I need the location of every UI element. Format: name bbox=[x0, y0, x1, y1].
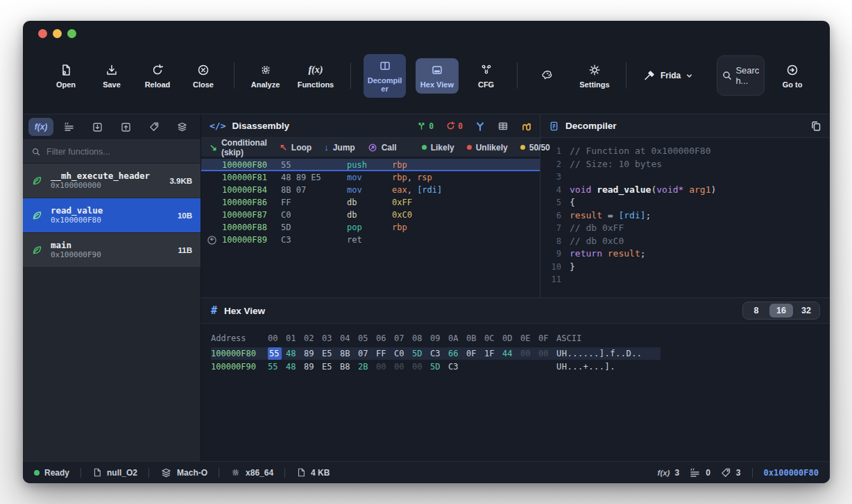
chevron-down-icon bbox=[685, 72, 693, 80]
hex-byte[interactable]: 89 bbox=[304, 360, 322, 373]
hex-byte[interactable]: 66 bbox=[448, 347, 466, 360]
search-box[interactable]: Search... bbox=[717, 55, 765, 96]
branch-taken-toggle[interactable]: 0 bbox=[416, 121, 434, 131]
toolbar-button-cfg[interactable]: CFG bbox=[468, 58, 504, 94]
sidebar-tab-tags[interactable] bbox=[142, 118, 167, 136]
code-token: arg1 bbox=[689, 184, 710, 195]
line-number: 2 bbox=[546, 158, 570, 171]
hex-byte[interactable]: 00 bbox=[520, 347, 538, 360]
function-icon bbox=[31, 244, 44, 256]
instruction-mnemonic: mov bbox=[347, 171, 392, 184]
toolbar-button-settings[interactable]: Settings bbox=[576, 58, 614, 94]
hex-byte[interactable]: 07 bbox=[358, 347, 376, 360]
hex-offset-header: 09 bbox=[430, 332, 448, 345]
hex-offset-header: 03 bbox=[322, 332, 340, 345]
hex-row[interactable]: 100000F80554889E58B07FFC05DC3660F1F44000… bbox=[211, 347, 661, 360]
hex-byte[interactable]: E5 bbox=[322, 347, 340, 360]
instruction-operands: 0xC0 bbox=[392, 209, 540, 221]
toolbar-button-save[interactable]: Save bbox=[94, 58, 130, 94]
toolbar-button-ai[interactable] bbox=[530, 64, 566, 87]
hex-byte[interactable]: 0F bbox=[466, 347, 484, 360]
sidebar-tab-exports[interactable] bbox=[113, 118, 138, 136]
open-file-icon bbox=[59, 63, 73, 77]
disassembly-row[interactable]: 100000F8148 89 E5movrbp, rsp bbox=[201, 171, 540, 184]
disassembly-row[interactable]: 100000F885Dpoprbp bbox=[201, 221, 540, 234]
hex-byte[interactable]: FF bbox=[376, 347, 394, 360]
toolbar-button-hex-view[interactable]: Hex View bbox=[416, 58, 458, 94]
minimize-window-button[interactable] bbox=[53, 29, 62, 38]
toolbar-button-decompiler[interactable]: Decompiler bbox=[364, 54, 406, 98]
hex-byte[interactable]: B8 bbox=[340, 360, 358, 373]
function-row[interactable]: read_value0x100000F8010B bbox=[23, 198, 201, 233]
sidebar-tab-strings[interactable] bbox=[57, 118, 82, 136]
table-view-toggle[interactable] bbox=[497, 121, 509, 132]
hex-byte[interactable]: 00 bbox=[412, 360, 430, 373]
hex-byte[interactable]: 8B bbox=[340, 347, 358, 360]
hex-byte[interactable]: 48 bbox=[286, 360, 304, 373]
close-window-button[interactable] bbox=[38, 29, 47, 38]
hex-byte[interactable]: 44 bbox=[502, 347, 520, 360]
hex-byte[interactable]: 55 bbox=[268, 360, 286, 373]
decompiler-line: 3 bbox=[546, 171, 830, 184]
filter-functions-input[interactable] bbox=[46, 147, 192, 157]
toolbar-button-open[interactable]: Open bbox=[48, 58, 84, 94]
disassembly-row[interactable]: 100000F87C0db0xC0 bbox=[201, 209, 540, 221]
hex-byte[interactable]: C0 bbox=[394, 347, 412, 360]
loop-count-toggle[interactable]: 0 bbox=[445, 121, 463, 131]
toolbar-button-frida[interactable]: Frida bbox=[639, 64, 697, 87]
disassembly-row[interactable]: 100000F89C3ret bbox=[201, 234, 540, 246]
search-icon bbox=[722, 70, 733, 81]
instruction-operands: rbp, rsp bbox=[392, 171, 540, 184]
toolbar-button-reload[interactable]: Reload bbox=[139, 58, 176, 94]
traffic-lights bbox=[38, 29, 76, 38]
disassembly-row[interactable]: 100000F86FFdb0xFF bbox=[201, 196, 540, 209]
hex-byte[interactable]: 55 bbox=[268, 347, 282, 360]
bytes-per-row-option-32[interactable]: 32 bbox=[794, 304, 818, 318]
function-row[interactable]: __mh_execute_header0x1000000003.9KB bbox=[23, 164, 201, 198]
jump-lines-toggle[interactable] bbox=[520, 121, 531, 132]
hex-byte[interactable]: 00 bbox=[376, 360, 394, 373]
hex-byte[interactable]: 00 bbox=[394, 360, 412, 373]
hex-byte[interactable]: 48 bbox=[286, 347, 304, 360]
code-token: // Size: 10 bytes bbox=[570, 159, 662, 169]
bytes-per-row-segmented-control: 81632 bbox=[742, 302, 820, 320]
sidebar-tab-segments[interactable] bbox=[170, 118, 195, 136]
hex-byte[interactable]: 2B bbox=[358, 360, 376, 373]
instruction-mnemonic: ret bbox=[347, 234, 392, 246]
hex-byte[interactable]: 1F bbox=[484, 347, 502, 360]
line-code: return result; bbox=[570, 247, 830, 261]
hex-row[interactable]: 100000F90554889E5B82B0000005DC3UH...+...… bbox=[211, 360, 661, 373]
bytes-per-row-option-16[interactable]: 16 bbox=[769, 304, 793, 318]
hex-view-title: Hex View bbox=[224, 306, 265, 316]
hex-byte[interactable]: 00 bbox=[538, 347, 556, 360]
sidebar-tab-imports[interactable] bbox=[85, 118, 110, 136]
hex-pane-icon bbox=[430, 63, 444, 77]
code-token: // db 0xC0 bbox=[570, 236, 624, 246]
zoom-window-button[interactable] bbox=[67, 29, 76, 38]
bytes-per-row-option-8[interactable]: 8 bbox=[744, 304, 768, 318]
toolbar-label-save: Save bbox=[103, 80, 121, 89]
decompiler-line: 8 // db 0xC0 bbox=[546, 235, 830, 248]
hex-byte[interactable]: 5D bbox=[430, 360, 448, 373]
toolbar-button-functions[interactable]: f(x)Functions bbox=[293, 58, 338, 94]
toolbar-button-goto[interactable]: Go to bbox=[774, 58, 810, 94]
function-row[interactable]: main0x100000F9011B bbox=[23, 233, 201, 268]
copy-icon[interactable] bbox=[810, 121, 821, 132]
toolbar-button-analyze[interactable]: Analyze bbox=[247, 58, 284, 94]
decompiler-panel: Decompiler 1// Function at 0x100000F802/… bbox=[540, 114, 830, 297]
toolbar-button-close[interactable]: Close bbox=[185, 58, 221, 94]
hex-byte[interactable]: 5D bbox=[412, 347, 430, 360]
sidebar-tab-functions[interactable]: f(x) bbox=[28, 118, 53, 136]
hex-byte[interactable]: 89 bbox=[304, 347, 322, 360]
disassembly-row[interactable]: 100000F8055pushrbp bbox=[201, 159, 540, 171]
disassembly-row[interactable]: 100000F848B 07moveax, [rdi] bbox=[201, 184, 540, 196]
line-code: void read_value(void* arg1) bbox=[570, 184, 830, 197]
tag-icon bbox=[720, 467, 731, 478]
hex-byte[interactable]: C3 bbox=[448, 360, 466, 373]
hex-byte[interactable]: C3 bbox=[430, 347, 448, 360]
hex-byte[interactable]: E5 bbox=[322, 360, 340, 373]
gear-icon bbox=[588, 63, 602, 77]
instruction-mnemonic: push bbox=[347, 159, 392, 171]
call-circle-icon bbox=[368, 143, 377, 153]
branch-view-toggle[interactable] bbox=[475, 121, 486, 132]
